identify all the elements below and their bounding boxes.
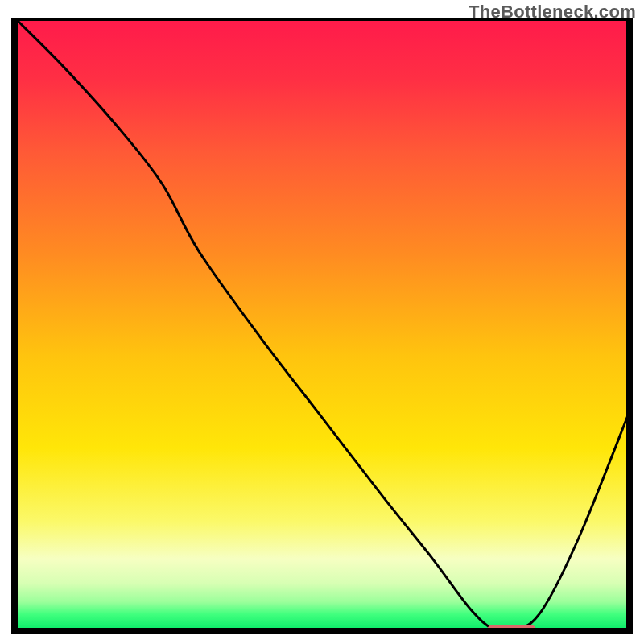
chart-frame (11, 18, 633, 634)
bottleneck-curve (14, 18, 630, 633)
optimal-range-marker (487, 625, 537, 634)
